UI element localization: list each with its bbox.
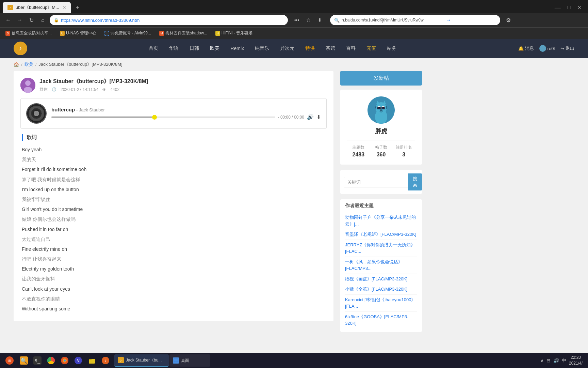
user-stats: 主题数 2483 帖子数 360 注册排名 3 (347, 140, 415, 158)
nav-home[interactable]: 首页 (147, 44, 160, 53)
lyrics-line-16: Without sparking some (22, 305, 325, 313)
tray-clock[interactable]: 22:20 2021/4/ (569, 355, 583, 366)
taskbar-vpn-icon: V (74, 356, 82, 365)
address-bar[interactable]: 🔒 https://www.hifini.com/thread-33369.ht… (50, 15, 288, 25)
lyrics-line-8: Pushed it in too far oh (22, 225, 325, 234)
eye-icon: 👁 (102, 88, 106, 92)
refresh-button[interactable]: ↻ (27, 15, 36, 25)
taskbar-terminal-icon: $_ (33, 356, 42, 365)
breadcrumb-home[interactable]: 🏠 (14, 62, 19, 67)
tray-network-icon[interactable]: ⊟ (546, 358, 551, 363)
extensions-button[interactable]: ⚙ (504, 15, 513, 25)
taskbar-terminal[interactable]: $_ (31, 354, 44, 367)
svg-rect-34 (175, 362, 177, 362)
close-window-button[interactable]: × (577, 4, 581, 11)
keyword-search-input[interactable] (344, 177, 408, 187)
security-icon: 🔒 (54, 18, 59, 22)
download-track-button[interactable]: ⬇ (316, 114, 321, 120)
taskbar-chrome[interactable] (45, 354, 57, 367)
post-views: 4402 (110, 87, 119, 92)
bookmark-item-1[interactable]: S 信息安全攻防对抗平... (3, 29, 54, 37)
breadcrumb-category[interactable]: 欧美 (24, 61, 33, 67)
post-title-area: Jack Stauber《buttercup》[MP3-320K/8M] 群住 … (39, 78, 148, 92)
post-date: 2020-01-27 14:11:54 (61, 87, 98, 92)
topic-item-7[interactable]: 6ix9ine《GOOBA》[FLAC/MP3-320K] (345, 312, 417, 328)
nav-western[interactable]: 欧美 (208, 44, 222, 53)
bookmark-item-3[interactable]: ss免费账号 · Alvin99... (102, 29, 154, 37)
new-post-button[interactable]: 发新帖 (340, 71, 422, 86)
stat-topics: 主题数 2483 (347, 144, 370, 158)
nav-charge[interactable]: 充值 (364, 44, 378, 53)
stat-posts-label: 帖子数 (370, 144, 393, 150)
new-tab-button[interactable]: + (73, 3, 82, 12)
bookmark-button[interactable]: ☆ (304, 15, 313, 25)
search-arrow-icon[interactable]: → (446, 17, 451, 23)
recent-topics-title: 作者最近主题 (345, 203, 417, 209)
topic-item-2[interactable]: JERRYZ《你对你的潜力一无所知》[FLAC... (345, 240, 417, 257)
tray-language[interactable]: 中 (562, 357, 566, 364)
nav-alt[interactable]: 异次元 (278, 44, 296, 53)
header-right: 🔔 消息 ro0t ↪ 退出 (518, 45, 574, 52)
progress-thumb[interactable] (152, 115, 157, 120)
stat-posts-value: 360 (370, 152, 393, 158)
taskbar-music[interactable]: ♪ (99, 354, 112, 367)
taskbar-open-desktop[interactable]: 桌面 (169, 354, 210, 367)
topic-item-4[interactable]: 纸砚《画皮》[FLAC/MP3-320K] (345, 274, 417, 285)
nav-service[interactable]: 站务 (385, 44, 398, 53)
tray-up-arrow[interactable]: ∧ (540, 358, 544, 363)
user-profile-link[interactable]: ro0t (539, 45, 555, 52)
home-button[interactable]: ⌂ (38, 15, 48, 25)
start-icon: ⊞ (5, 356, 14, 365)
search-submit-button[interactable]: 搜索 (408, 173, 422, 190)
minimize-button[interactable]: — (555, 4, 561, 11)
active-tab[interactable]: ♪ uber《buttercup》M... × (3, 2, 71, 13)
nav-instrumental[interactable]: 纯音乐 (253, 44, 271, 53)
taskbar-open-browser[interactable]: ♪ Jack Stauber《bu... (114, 354, 169, 367)
taskbar-open-items: ♪ Jack Stauber《bu... 桌面 (114, 354, 210, 367)
volume-button[interactable]: 🔊 (307, 114, 314, 120)
topic-item-6[interactable]: Karencici [林恺伦]《ihateyou1000》[FLA... (345, 295, 417, 312)
progress-track[interactable] (51, 117, 275, 118)
svg-text:♪: ♪ (104, 358, 107, 363)
svg-point-0 (104, 31, 109, 36)
progress-fill (51, 117, 152, 118)
nav-japanese-korean[interactable]: 日韩 (187, 44, 201, 53)
tab-bar: ♪ uber《buttercup》M... × + — □ × (0, 0, 588, 13)
topic-item-0[interactable]: 动物园钉子户《分享一朵从未见过的云》[... (345, 212, 417, 229)
taskbar-firefox[interactable] (59, 354, 71, 367)
lyrics-line-1: 我的天 (22, 155, 325, 164)
breadcrumb-post: Jack Stauber《buttercup》[MP3-320K/8M] (38, 61, 122, 67)
bookmark-item-2[interactable]: U U-NAS 管理中心 (57, 29, 99, 37)
site-logo[interactable]: ♪ (14, 42, 27, 55)
topic-item-1[interactable]: 音墨泽《老规矩》[FLAC/MP3-320K] (345, 229, 417, 240)
taskbar-open-desktop-icon (173, 357, 179, 364)
nav-wiki[interactable]: 百科 (344, 44, 358, 53)
forward-button[interactable]: → (15, 15, 24, 25)
start-button[interactable]: ⊞ (3, 354, 16, 367)
topic-item-3[interactable]: 一树《风，如果你也会说话》[FLAC/MP3... (345, 257, 417, 274)
bookmark-item-4[interactable]: M 梅林固件安装shadow... (157, 29, 210, 37)
nav-remix[interactable]: Remix (228, 44, 246, 52)
close-tab-button[interactable]: × (63, 5, 66, 10)
taskbar-vpn[interactable]: V (72, 354, 84, 367)
download-button[interactable]: ⬇ (315, 15, 325, 25)
notifications-button[interactable]: 🔔 消息 (518, 45, 534, 51)
browser-search-bar[interactable]: 🔍 n.baidu.com/s/1u4ndKjtNmMmUrUSviuRwJw … (330, 15, 500, 25)
album-art (26, 103, 47, 124)
breadcrumb-sep-2: / (35, 62, 37, 67)
more-actions-button[interactable]: ••• (292, 15, 301, 25)
tray-volume-icon[interactable]: 🔊 (553, 358, 559, 363)
topic-item-5[interactable]: 小猛《全茧》[FLAC/MP3-320K] (345, 284, 417, 295)
nav-special[interactable]: 特供 (303, 44, 317, 53)
maximize-button[interactable]: □ (568, 4, 571, 11)
tray-input-indicator: 中 (562, 357, 566, 364)
taskbar-search[interactable]: 🔍 (18, 354, 30, 367)
logout-button[interactable]: ↪ 退出 (560, 45, 574, 51)
svg-rect-16 (377, 107, 381, 109)
nav-teahouse[interactable]: 茶馆 (324, 44, 337, 53)
bookmark-item-5[interactable]: H HiFiNi - 音乐磁场 (213, 29, 255, 37)
bookmark-label-1: 信息安全攻防对抗平... (12, 30, 52, 36)
back-button[interactable]: ← (3, 15, 13, 25)
taskbar-files[interactable] (86, 354, 98, 367)
nav-chinese[interactable]: 华语 (167, 44, 181, 53)
